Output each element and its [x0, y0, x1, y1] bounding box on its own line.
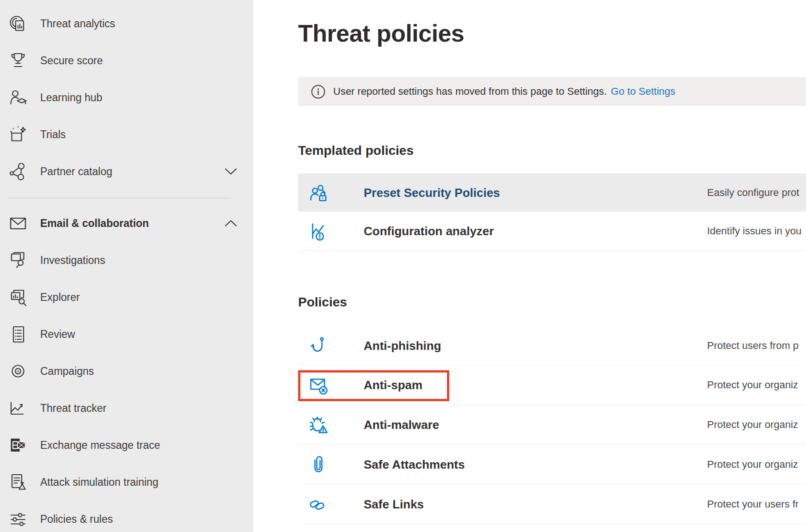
- sidebar-item-email-collaboration[interactable]: Email & collaboration: [0, 205, 253, 242]
- page-title: Threat policies: [298, 18, 464, 48]
- chevron-up-icon[interactable]: [225, 220, 237, 227]
- threat-tracker-icon: [8, 398, 28, 418]
- policy-name[interactable]: Anti-phishing: [364, 338, 441, 353]
- info-icon: [311, 85, 325, 99]
- campaigns-icon: [8, 361, 28, 381]
- sidebar-item-trials[interactable]: Trials: [0, 116, 253, 153]
- sidebar-item-label: Exchange message trace: [40, 439, 160, 452]
- sidebar-item-review[interactable]: Review: [0, 316, 253, 353]
- sidebar-item-label: Email & collaboration: [40, 217, 149, 230]
- safe-links-icon: [309, 495, 328, 514]
- policy-description: Protect your organiz: [707, 459, 798, 471]
- policies-heading: Policies: [298, 294, 347, 310]
- policy-name[interactable]: Configuration analyzer: [364, 224, 494, 238]
- attack-simulation-icon: [8, 472, 28, 492]
- configuration-analyzer-icon: [309, 221, 328, 241]
- policy-name[interactable]: Safe Attachments: [364, 457, 465, 471]
- left-navigation-sidebar: Threat analytics Secure score Learning h…: [0, 0, 253, 532]
- sidebar-item-label: Secure score: [40, 55, 103, 67]
- email-icon: [8, 213, 28, 233]
- info-banner: User reported settings has moved from th…: [298, 77, 806, 106]
- row-anti-spam[interactable]: Anti-spam Protect your organiz: [298, 365, 806, 405]
- sidebar-item-exchange-message-trace[interactable]: Exchange message trace: [0, 427, 253, 464]
- sidebar-item-partner-catalog[interactable]: Partner catalog: [0, 153, 253, 190]
- sidebar-item-label: Investigations: [40, 254, 105, 267]
- preset-security-icon: [309, 183, 328, 202]
- sidebar-item-label: Partner catalog: [40, 165, 112, 178]
- sidebar-item-label: Policies & rules: [40, 513, 113, 526]
- trials-icon: [8, 124, 28, 145]
- policy-name[interactable]: Anti-spam: [364, 378, 422, 392]
- anti-malware-icon: [309, 415, 328, 434]
- sidebar-item-threat-tracker[interactable]: Threat tracker: [0, 390, 253, 427]
- anti-spam-icon: [309, 375, 328, 395]
- policy-name[interactable]: Anti-malware: [364, 417, 439, 432]
- sidebar-item-label: Threat tracker: [40, 402, 106, 415]
- threat-analytics-icon: [8, 13, 28, 34]
- sidebar-item-label: Explorer: [40, 291, 80, 304]
- main-content: Threat policies User reported settings h…: [253, 0, 806, 532]
- sidebar-item-learning-hub[interactable]: Learning hub: [0, 79, 253, 116]
- banner-message: User reported settings has moved from th…: [333, 86, 607, 98]
- sidebar-item-label: Trials: [40, 128, 66, 141]
- policy-description: Identify issues in you: [707, 225, 801, 237]
- policies-table: Anti-phishing Protect users from p Anti-…: [298, 326, 806, 524]
- review-icon: [8, 324, 28, 344]
- row-safe-links[interactable]: Safe Links Protect your users fr: [298, 484, 806, 524]
- learning-hub-icon: [8, 87, 28, 108]
- row-anti-phishing[interactable]: Anti-phishing Protect users from p: [298, 326, 806, 365]
- go-to-settings-link[interactable]: Go to Settings: [611, 86, 675, 98]
- row-safe-attachments[interactable]: Safe Attachments Protect your organiz: [298, 445, 806, 484]
- sidebar-item-secure-score[interactable]: Secure score: [0, 42, 253, 79]
- sidebar-item-attack-simulation-training[interactable]: Attack simulation training: [0, 464, 253, 501]
- policy-description: Protect your users fr: [707, 498, 799, 510]
- templated-policies-heading: Templated policies: [298, 143, 414, 159]
- row-preset-security-policies[interactable]: Preset Security Policies Easily configur…: [298, 173, 806, 212]
- policy-description: Protect users from p: [707, 340, 799, 352]
- policies-rules-icon: [8, 509, 28, 529]
- policy-description: Protect your organiz: [707, 419, 798, 431]
- sidebar-item-policies-rules[interactable]: Policies & rules: [0, 501, 253, 532]
- chevron-down-icon[interactable]: [225, 168, 237, 175]
- row-anti-malware[interactable]: Anti-malware Protect your organiz: [298, 405, 806, 445]
- partner-catalog-icon: [8, 161, 28, 182]
- explorer-icon: [8, 287, 28, 307]
- sidebar-item-investigations[interactable]: Investigations: [0, 242, 253, 279]
- sidebar-section-divider: [8, 198, 231, 198]
- policy-description: Protect your organiz: [707, 379, 798, 391]
- secure-score-icon: [8, 50, 28, 71]
- policy-name-link[interactable]: Preset Security Policies: [364, 185, 500, 200]
- investigations-icon: [8, 250, 28, 270]
- sidebar-item-explorer[interactable]: Explorer: [0, 279, 253, 316]
- sidebar-item-label: Review: [40, 328, 75, 341]
- sidebar-item-campaigns[interactable]: Campaigns: [0, 353, 253, 390]
- row-configuration-analyzer[interactable]: Configuration analyzer Identify issues i…: [298, 212, 806, 251]
- policy-name[interactable]: Safe Links: [364, 497, 424, 511]
- sidebar-item-threat-analytics[interactable]: Threat analytics: [0, 5, 253, 42]
- templated-policies-table: Preset Security Policies Easily configur…: [298, 173, 806, 251]
- policy-description: Easily configure prot: [707, 187, 799, 199]
- exchange-icon: [8, 435, 28, 455]
- safe-attachments-icon: [309, 455, 328, 474]
- sidebar-item-label: Attack simulation training: [40, 476, 159, 489]
- sidebar-item-label: Threat analytics: [40, 18, 115, 30]
- sidebar-item-label: Learning hub: [40, 92, 102, 104]
- anti-phishing-icon: [309, 336, 328, 355]
- sidebar-item-label: Campaigns: [40, 365, 94, 378]
